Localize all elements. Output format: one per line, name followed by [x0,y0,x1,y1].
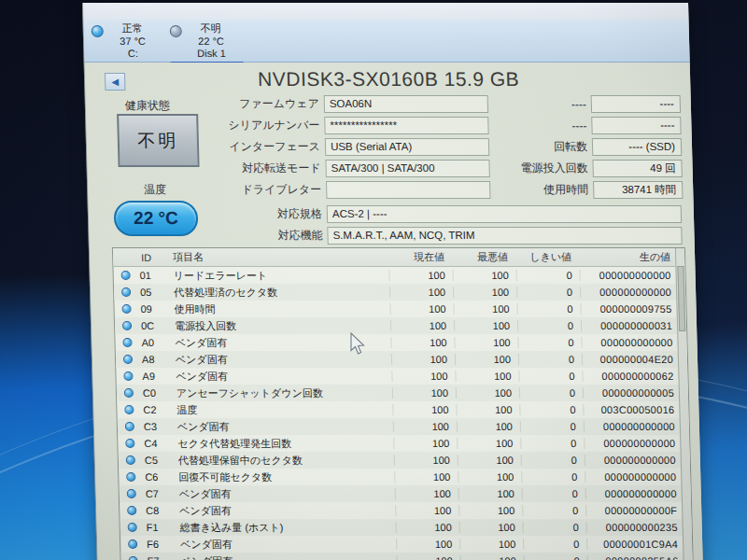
cell-name: ベンダ固有 [176,487,395,501]
info-field-value[interactable]: ---- [591,117,681,134]
disk-tab[interactable]: 不明 22 °C Disk 1 [170,22,238,62]
smart-table-header: ID 項目名 現在値 最悪値 しきい値 生の値 [113,248,685,267]
table-row[interactable]: F1 総書き込み量 (ホスト) 100 100 0 000000000235 [120,519,691,536]
disk-tab-temperature: 22 °C [198,35,224,47]
attribute-status-dot-icon [124,405,134,414]
disk-status-circle-icon [92,25,104,37]
cell-name: セクタ代替処理発生回数 [174,437,393,451]
cell-threshold: 0 [517,337,581,348]
table-row[interactable]: A9 ベンダ固有 100 100 0 000000000062 [116,368,687,385]
cell-id: F7 [146,555,177,560]
info-field-value[interactable]: 38741 時間 [593,181,683,199]
crystaldiskinfo-window: 正常 37 °C C: 不明 22 °C Disk 1 ◀ NVDISK3-SX… [82,3,704,560]
cell-id: 05 [138,287,170,298]
info-field-row: 電源投入回数 49 回 [416,160,683,177]
cell-id: C2 [141,404,173,415]
cell-threshold: 0 [520,438,584,449]
cell-threshold: 0 [516,303,580,315]
table-row[interactable]: F7 ベンダ固有 100 100 0 0000000255A6 [120,553,692,560]
cell-raw: 000000009755 [580,303,675,315]
cell-worst: 100 [460,555,524,560]
info-field-value[interactable]: 49 回 [592,160,682,177]
cell-worst: 100 [458,471,521,483]
info-field-value[interactable]: ---- [591,95,681,113]
info-field-value[interactable]: ---- (SSD) [592,138,682,156]
cell-raw: 000000000000 [585,488,681,499]
table-row[interactable]: 05 代替処理済のセクタ数 100 100 0 000000000000 [114,284,685,301]
header-threshold: しきい値 [515,250,579,264]
table-row[interactable]: 09 使用時間 100 100 0 000000009755 [114,301,685,317]
info-field-value[interactable]: S.M.A.R.T., AAM, NCQ, TRIM [327,227,682,245]
table-row[interactable]: C0 アンセーフシャットダウン回数 100 100 0 000000000005 [117,385,688,401]
cell-id: C4 [142,438,174,449]
table-row[interactable]: 0C 電源投入回数 100 100 0 000000000031 [115,317,686,334]
table-row[interactable]: C7 ベンダ固有 100 100 0 000000000000 [120,485,691,502]
cell-raw: 003C00050016 [583,404,678,415]
table-row[interactable]: F6 ベンダ固有 100 100 0 00000001C9A4 [120,536,692,553]
cell-current: 100 [395,488,458,499]
cell-threshold: 0 [515,270,579,281]
cell-name: 回復不可能セクタ数 [175,470,394,484]
cell-worst: 100 [458,455,521,466]
cell-id: C5 [143,455,175,466]
cell-current: 100 [392,387,456,399]
cell-raw: 000000000000 [585,471,680,483]
info-field-label: ---- [415,98,591,111]
attribute-status-dot-icon [123,371,133,381]
table-row[interactable]: C4 セクタ代替処理発生回数 100 100 0 000000000000 [118,435,689,452]
cell-current: 100 [391,354,455,365]
attribute-status-dot-icon [121,271,131,280]
table-row[interactable]: C3 ベンダ固有 100 100 0 000000000000 [118,418,689,435]
table-row[interactable]: C5 代替処理保留中のセクタ数 100 100 0 000000000000 [119,452,690,469]
cell-threshold: 0 [519,387,583,399]
cell-threshold: 0 [521,455,585,466]
cell-id: F1 [145,522,176,533]
cell-raw: 000000000062 [582,371,677,382]
cell-id: C6 [143,471,175,483]
back-button[interactable]: ◀ [105,73,125,91]
header-id: ID [137,252,169,263]
info-field-label: ドライブレター [88,182,326,198]
cell-worst: 100 [454,320,517,331]
header-name: 項目名 [169,250,388,264]
table-row[interactable]: A8 ベンダ固有 100 100 0 000000004E20 [116,351,687,368]
info-field-label: 電源投入回数 [416,161,592,176]
cell-id: A0 [139,337,171,348]
attribute-status-dot-icon [121,287,131,297]
scrollbar-thumb[interactable] [677,266,685,331]
table-row[interactable]: C8 ベンダ固有 100 100 0 00000000000F [120,502,691,519]
cell-id: F6 [145,539,176,550]
cell-name: リードエラーレート [169,269,388,283]
cell-threshold: 0 [517,320,581,331]
disk-tab[interactable]: 正常 37 °C C: [92,22,160,62]
cell-current: 100 [393,421,457,432]
table-row[interactable]: 01 リードエラーレート 100 100 0 000000000000 [113,267,684,284]
cell-threshold: 0 [518,371,582,382]
cell-raw: 000000000235 [586,522,682,533]
cell-worst: 100 [455,354,518,365]
cell-name: ベンダ固有 [176,554,396,560]
cell-raw: 000000000000 [579,270,674,281]
cell-current: 100 [390,337,454,348]
disk-tab-name: Disk 1 [197,48,226,59]
table-row[interactable]: C6 回復不可能セクタ数 100 100 0 000000000000 [119,469,690,485]
cell-raw: 000000000000 [584,421,679,432]
cell-current: 100 [388,270,452,281]
attribute-status-dot-icon [126,472,135,482]
info-field-row: 回転数 ---- (SSD) [416,138,683,156]
info-field-value[interactable]: ACS-2 | ---- [327,205,682,223]
info-field-label: シリアルナンバー [86,118,324,133]
cell-id: C3 [142,421,174,432]
cell-id: C0 [141,387,173,399]
mouse-cursor-icon [349,332,366,357]
cell-current: 100 [396,522,459,533]
info-field-row: 対応規格 ACS-2 | ---- [89,205,686,223]
cell-id: 0C [139,320,171,331]
attribute-status-dot-icon [129,556,138,560]
cell-raw: 0000000255A6 [587,555,683,560]
cell-worst: 100 [456,387,519,399]
table-row[interactable]: C2 温度 100 100 0 003C00050016 [117,401,688,418]
table-row[interactable]: A0 ベンダ固有 100 100 0 000000000000 [115,334,686,351]
cell-worst: 100 [457,421,520,432]
cell-threshold: 0 [516,287,580,298]
